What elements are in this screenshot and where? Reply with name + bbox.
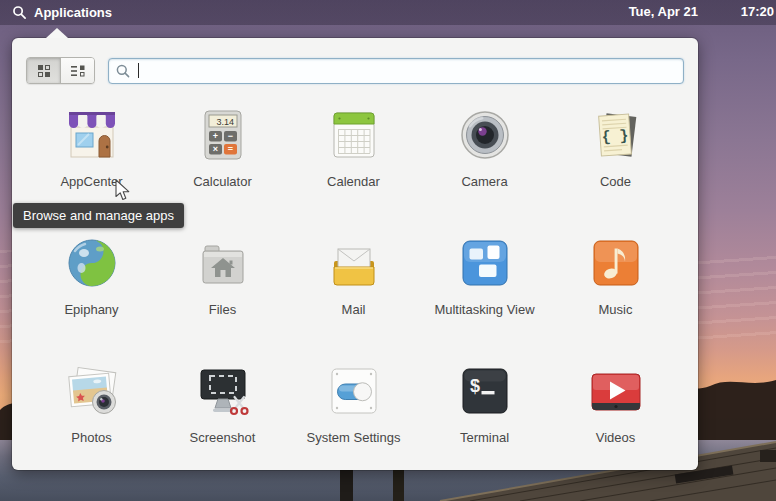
terminal-icon: $ [453,359,517,423]
app-label: Calendar [327,174,380,190]
tooltip: Browse and manage apps [13,203,184,228]
app-label: Multitasking View [434,302,534,318]
svg-text:=: = [227,144,232,154]
app-label: Screenshot [190,430,256,446]
app-item-mail[interactable]: Mail [288,224,419,352]
app-label: System Settings [307,430,401,446]
svg-text:{ }: { } [601,128,629,147]
app-item-videos[interactable]: Videos [550,352,681,480]
app-item-epiphany[interactable]: Epiphany [26,224,157,352]
mail-icon [322,231,386,295]
code-icon: { } [584,103,648,167]
app-item-files[interactable]: Files [157,224,288,352]
search-entry-icon [115,63,131,79]
appcenter-icon [60,103,124,167]
system-settings-icon [322,359,386,423]
epiphany-icon [60,231,124,295]
app-label: Epiphany [64,302,118,318]
app-item-screenshot[interactable]: Screenshot [157,352,288,480]
launcher-toolbar [26,57,684,84]
photos-icon [60,359,124,423]
app-label: Files [209,302,236,318]
app-label: Photos [71,430,111,446]
search-icon [12,5,27,20]
text-caret [138,63,139,78]
app-item-music[interactable]: Music [550,224,681,352]
app-label: Videos [596,430,636,446]
top-panel: Applications Tue, Apr 21 17:20 [0,0,776,25]
tooltip-text: Browse and manage apps [23,208,174,223]
svg-text:+: + [212,131,217,141]
calculator-icon: 3.14 + − × = [191,103,255,167]
app-item-system-settings[interactable]: System Settings [288,352,419,480]
applications-menu-button[interactable]: Applications [12,0,112,25]
files-icon [191,231,255,295]
calendar-icon [322,103,386,167]
search-field[interactable] [108,58,684,84]
app-item-camera[interactable]: Camera [419,96,550,224]
search-input[interactable] [141,63,677,78]
app-item-multitasking-view[interactable]: Multitasking View [419,224,550,352]
panel-time[interactable]: 17:20 [741,4,774,19]
svg-text:−: − [227,131,232,141]
app-label: Terminal [460,430,509,446]
category-view-button[interactable] [60,58,94,83]
app-label: Camera [461,174,507,190]
app-item-photos[interactable]: Photos [26,352,157,480]
app-label: AppCenter [60,174,122,190]
app-item-calendar[interactable]: Calendar [288,96,419,224]
svg-text:×: × [212,144,217,154]
applications-menu-label: Applications [34,5,112,20]
screenshot-icon [191,359,255,423]
grid-view-icon [36,63,52,79]
svg-text:$: $ [469,376,479,396]
panel-date[interactable]: Tue, Apr 21 [629,4,698,19]
svg-text:3.14: 3.14 [216,117,234,127]
view-toggle-group [26,57,95,84]
multitasking-view-icon [453,231,517,295]
grid-view-button[interactable] [27,58,60,83]
app-label: Code [600,174,631,190]
category-view-icon [70,63,86,79]
app-launcher-popup: AppCenter 3.14 + − × = Calculator [12,38,698,470]
videos-icon [584,359,648,423]
app-item-code[interactable]: { } Code [550,96,681,224]
app-label: Mail [342,302,366,318]
popup-arrow [46,28,68,38]
mouse-cursor-icon [115,179,132,202]
app-item-terminal[interactable]: $ Terminal [419,352,550,480]
music-icon [584,231,648,295]
camera-icon [453,103,517,167]
app-label: Calculator [193,174,252,190]
app-label: Music [599,302,633,318]
app-grid: AppCenter 3.14 + − × = Calculator [26,96,681,480]
desktop: Applications Tue, Apr 21 17:20 [0,0,776,501]
